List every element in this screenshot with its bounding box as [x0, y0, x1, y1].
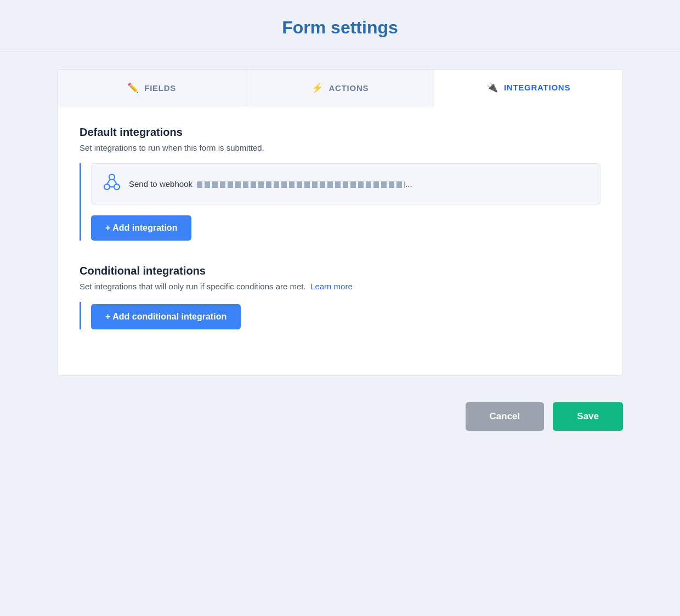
page-title: Form settings: [0, 18, 680, 38]
webhook-redacted-url: [197, 181, 405, 188]
integrations-icon: 🔌: [486, 82, 498, 93]
webhook-item[interactable]: Send to webhook ...: [91, 163, 600, 204]
add-conditional-integration-button[interactable]: + Add conditional integration: [91, 304, 241, 329]
actions-icon: ⚡: [311, 82, 324, 94]
tabs-row: ✏️ FIELDS ⚡ ACTIONS 🔌 INTEGRATIONS: [58, 70, 622, 106]
tab-content-integrations: Default integrations Set integrations to…: [58, 106, 622, 375]
tab-actions-label: ACTIONS: [329, 83, 369, 93]
page-body: ✏️ FIELDS ⚡ ACTIONS 🔌 INTEGRATIONS Defau…: [44, 52, 636, 376]
webhook-text: Send to webhook ...: [129, 179, 412, 189]
default-integrations-group: Send to webhook ... + Add integration: [80, 163, 600, 241]
svg-point-1: [114, 184, 120, 190]
fields-icon: ✏️: [127, 82, 139, 94]
tab-fields-label: FIELDS: [144, 83, 176, 93]
svg-line-4: [114, 179, 117, 184]
tab-integrations-label: INTEGRATIONS: [504, 83, 570, 92]
learn-more-link[interactable]: Learn more: [310, 282, 353, 291]
conditional-integrations-title: Conditional integrations: [80, 265, 600, 277]
default-integrations-section: Default integrations Set integrations to…: [80, 126, 600, 241]
default-integrations-title: Default integrations: [80, 126, 600, 139]
cancel-button[interactable]: Cancel: [466, 402, 545, 431]
svg-line-3: [107, 179, 110, 184]
save-button[interactable]: Save: [553, 402, 623, 431]
tab-actions[interactable]: ⚡ ACTIONS: [246, 70, 435, 106]
conditional-integrations-section: Conditional integrations Set integration…: [80, 265, 600, 329]
page-header: Form settings: [0, 0, 680, 52]
webhook-icon: [103, 173, 121, 195]
svg-point-2: [109, 174, 115, 180]
footer: Cancel Save: [44, 385, 636, 453]
tabs-card: ✏️ FIELDS ⚡ ACTIONS 🔌 INTEGRATIONS Defau…: [57, 69, 623, 376]
conditional-integrations-desc: Set integrations that will only run if s…: [80, 282, 600, 291]
conditional-integrations-group: + Add conditional integration: [80, 302, 600, 329]
default-integrations-desc: Set integrations to run when this form i…: [80, 143, 600, 152]
tab-integrations[interactable]: 🔌 INTEGRATIONS: [434, 70, 622, 106]
tab-fields[interactable]: ✏️ FIELDS: [58, 70, 246, 106]
svg-point-0: [104, 184, 110, 190]
webhook-label: Send to webhook: [129, 179, 192, 189]
conditional-integrations-desc-text: Set integrations that will only run if s…: [80, 282, 306, 291]
webhook-svg-icon: [103, 173, 121, 191]
add-integration-button[interactable]: + Add integration: [91, 215, 191, 241]
